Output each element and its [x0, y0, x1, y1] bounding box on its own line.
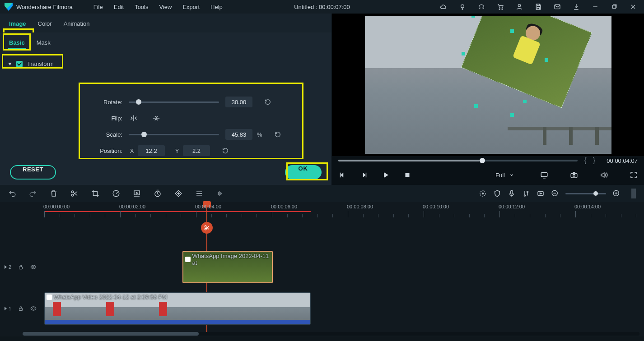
undo-icon[interactable] — [8, 189, 16, 198]
track-2-label[interactable]: 2 — [5, 264, 11, 270]
menu-edit[interactable]: Edit — [108, 1, 129, 13]
resize-handle[interactable] — [545, 58, 548, 62]
mixer-icon[interactable] — [522, 189, 530, 198]
zoom-in-icon[interactable] — [612, 189, 621, 198]
scale-reset-icon[interactable] — [274, 131, 281, 138]
lock-icon[interactable] — [18, 264, 24, 270]
prev-frame-button[interactable] — [338, 171, 346, 179]
subtab-basic[interactable]: Basic — [8, 39, 26, 51]
next-frame-button[interactable] — [360, 171, 368, 179]
flip-vertical-button[interactable] — [151, 114, 161, 122]
ruler-label: 00:00:04:00 — [195, 204, 221, 209]
rotate-reset-icon[interactable] — [264, 98, 271, 106]
play-button[interactable] — [382, 171, 390, 179]
headset-icon[interactable] — [478, 3, 485, 10]
timeline-clip-image[interactable]: WhatsApp Image 2022-04-11 at — [182, 251, 273, 283]
speed-icon[interactable] — [112, 189, 120, 198]
resize-handle[interactable] — [510, 113, 514, 117]
resize-handle[interactable] — [510, 29, 514, 33]
audio-waveform — [45, 320, 310, 324]
menu-export[interactable]: Export — [177, 1, 205, 13]
ruler-label: 00:00:00:00 — [43, 204, 70, 209]
image-subtabs: Basic Mask — [0, 32, 331, 51]
video-icon — [47, 295, 52, 300]
volume-icon[interactable] — [600, 171, 608, 179]
menu-tools[interactable]: Tools — [129, 1, 154, 13]
delete-icon[interactable] — [50, 189, 58, 198]
zoom-slider[interactable] — [565, 189, 606, 198]
tab-color[interactable]: Color — [37, 20, 53, 32]
cloud-icon[interactable] — [440, 3, 447, 10]
flip-horizontal-button[interactable] — [129, 114, 139, 122]
timeline-ruler[interactable]: 00:00:00:0000:00:02:0000:00:04:0000:00:0… — [44, 202, 644, 218]
preview-progress-bar[interactable] — [338, 160, 578, 161]
mark-in-icon[interactable]: { — [584, 157, 586, 165]
fullscreen-icon[interactable] — [630, 171, 638, 179]
crop-icon[interactable] — [91, 189, 99, 198]
resize-handle[interactable] — [474, 104, 478, 108]
window-close-icon[interactable] — [630, 3, 637, 10]
collapse-icon[interactable] — [8, 63, 12, 65]
scale-slider[interactable] — [129, 130, 219, 139]
user-icon[interactable] — [516, 3, 523, 10]
lightbulb-icon[interactable] — [459, 3, 466, 10]
position-y-value[interactable]: 2.2 — [183, 145, 210, 156]
redo-icon[interactable] — [29, 189, 37, 198]
timeline-clip-video[interactable]: WhatsApp Video 2022-04-12 at 2:09:56 PM — [44, 292, 311, 325]
message-icon[interactable] — [554, 3, 561, 10]
y-label: Y — [174, 147, 180, 154]
menu-file[interactable]: File — [88, 1, 108, 13]
window-restore-icon[interactable] — [611, 3, 618, 10]
svg-point-9 — [573, 175, 575, 177]
audio-wave-icon[interactable] — [216, 189, 224, 198]
preview-size-select[interactable]: Full — [491, 170, 518, 180]
mic-icon[interactable] — [508, 189, 516, 198]
keyframe-icon[interactable] — [174, 189, 182, 198]
subtab-mask[interactable]: Mask — [36, 39, 51, 51]
tab-image[interactable]: Image — [8, 20, 27, 32]
timeline-layout-icon[interactable] — [631, 189, 636, 198]
render-icon[interactable] — [537, 189, 545, 198]
scale-value[interactable]: 45.83 — [225, 129, 252, 140]
track-1-label[interactable]: 1 — [5, 306, 11, 311]
menu-view[interactable]: View — [154, 1, 177, 13]
menu-help[interactable]: Help — [205, 1, 228, 13]
window-minimize-icon[interactable] — [592, 3, 599, 10]
lock-icon[interactable] — [18, 305, 24, 312]
rotate-slider[interactable] — [129, 97, 219, 106]
download-icon[interactable] — [573, 3, 580, 10]
color-match-icon[interactable] — [195, 189, 203, 198]
preview-viewport[interactable] — [332, 14, 644, 156]
split-icon[interactable] — [70, 189, 79, 198]
ruler-label: 00:00:02:00 — [119, 204, 145, 209]
image-icon — [185, 257, 191, 262]
stop-button[interactable] — [403, 171, 411, 179]
cart-icon[interactable] — [497, 3, 504, 10]
rotate-value[interactable]: 30.00 — [225, 97, 252, 107]
tab-animation[interactable]: Animation — [63, 20, 91, 32]
resize-handle[interactable] — [523, 100, 527, 103]
marker-icon[interactable] — [479, 189, 487, 198]
position-reset-icon[interactable] — [222, 147, 229, 154]
snapshot-icon[interactable] — [570, 171, 578, 179]
zoom-out-icon[interactable] — [551, 189, 559, 198]
scale-unit: % — [257, 131, 262, 138]
shield-icon[interactable] — [493, 189, 501, 198]
reset-button[interactable]: RESET — [10, 165, 56, 180]
ok-button[interactable]: OK — [285, 165, 322, 180]
eye-icon[interactable] — [30, 305, 37, 312]
mark-out-icon[interactable]: } — [593, 157, 595, 165]
eye-icon[interactable] — [30, 264, 37, 270]
resize-handle[interactable] — [471, 16, 475, 18]
duration-icon[interactable] — [154, 189, 162, 198]
freeze-frame-icon[interactable] — [133, 189, 141, 198]
position-x-value[interactable]: 12.2 — [138, 145, 165, 156]
ruler-label: 00:00:14:00 — [574, 204, 601, 209]
svg-point-10 — [71, 191, 74, 193]
save-icon[interactable] — [535, 3, 542, 10]
timeline-scrollbar[interactable] — [23, 332, 639, 336]
preview-quality-icon[interactable] — [540, 171, 548, 179]
resize-handle[interactable] — [462, 52, 465, 55]
transform-checkbox[interactable] — [16, 61, 23, 67]
svg-rect-26 — [19, 267, 23, 269]
